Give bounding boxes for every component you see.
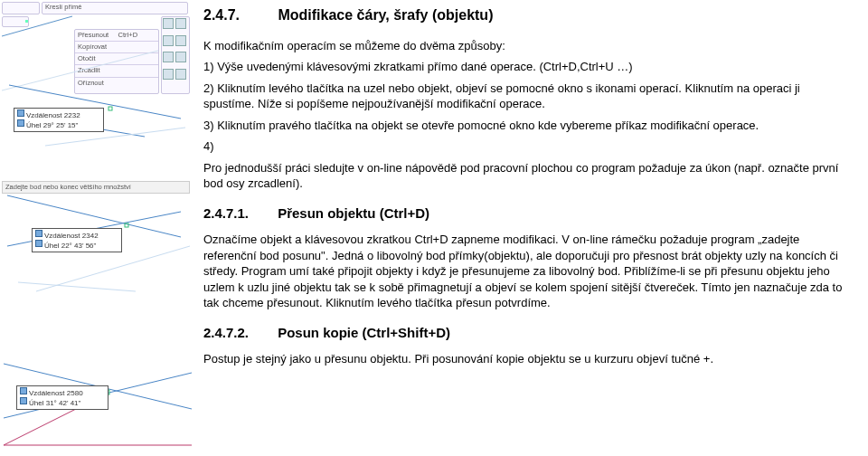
subsection-number: 2.4.7.1. xyxy=(203,204,274,223)
intro-p1: K modifikačním operacím se můžeme do dvě… xyxy=(203,38,848,54)
measure-tooltip: Vzdálenost 2232 Úhel 29° 25' 15" xyxy=(14,108,104,132)
svg-line-10 xyxy=(18,282,136,291)
measure-distance: Vzdálenost 2232 xyxy=(26,111,80,119)
figure-1: Vzdálenost 2232 Úhel 29° 25' 15" xyxy=(0,78,194,152)
subsection-title: Přesun objektu (Ctrl+D) xyxy=(278,205,429,221)
subsection-heading-1: 2.4.7.1. Přesun objektu (Ctrl+D) xyxy=(203,204,848,223)
section-heading: 2.4.7. Modifikace čáry, šrafy (objektu) xyxy=(203,5,848,25)
svg-line-9 xyxy=(36,246,190,291)
svg-rect-6 xyxy=(108,107,112,110)
figure-2: Zadejte bod nebo konec většího množství … xyxy=(0,181,194,299)
intro-li2: 2) Kliknutím levého tlačítka na uzel neb… xyxy=(203,81,848,112)
intro-li4: 4) xyxy=(203,138,848,155)
figures-column: Kreslí přímé Přesunout Ctrl+D Kopírovat … xyxy=(0,0,194,373)
measure-distance: Vzdálenost 2580 xyxy=(29,389,83,397)
measure-tooltip: Vzdálenost 2580 Úhel 31° 42' 41" xyxy=(16,385,108,410)
measure-tooltip: Vzdálenost 2342 Úhel 22° 43' 56" xyxy=(32,228,122,252)
subsection-title: Posun kopie (Ctrl+Shift+D) xyxy=(278,325,450,340)
measure-angle: Úhel 29° 25' 15" xyxy=(26,121,78,129)
body1-p1: Označíme objekt a klávesovou zkratkou Ct… xyxy=(203,232,848,311)
intro-p2: Pro jednodušší práci sledujte v on-line … xyxy=(203,160,848,192)
intro-li1: 1) Výše uvedenými klávesovými zkratkami … xyxy=(203,59,848,75)
figure-3: Vzdálenost 2580 Úhel 31° 42' 41" xyxy=(0,355,194,452)
measure-angle: Úhel 22° 43' 56" xyxy=(44,242,96,250)
measure-angle: Úhel 31° 42' 41" xyxy=(29,399,80,407)
intro-li3: 3) Kliknutím pravého tlačítka na objekt … xyxy=(203,118,848,134)
svg-line-0 xyxy=(2,16,72,36)
text-column: 2.4.7. Modifikace čáry, šrafy (objektu) … xyxy=(194,0,868,373)
subsection-heading-2: 2.4.7.2. Posun kopie (Ctrl+Shift+D) xyxy=(203,324,848,342)
measure-distance: Vzdálenost 2342 xyxy=(44,232,99,240)
section-number: 2.4.7. xyxy=(203,5,274,25)
subsection-number: 2.4.7.2. xyxy=(203,324,274,342)
section-title: Modifikace čáry, šrafy (objektu) xyxy=(278,7,493,23)
svg-rect-2 xyxy=(25,20,28,23)
body2-p1: Postup je stejný jako u přesunu objektu.… xyxy=(203,351,848,367)
